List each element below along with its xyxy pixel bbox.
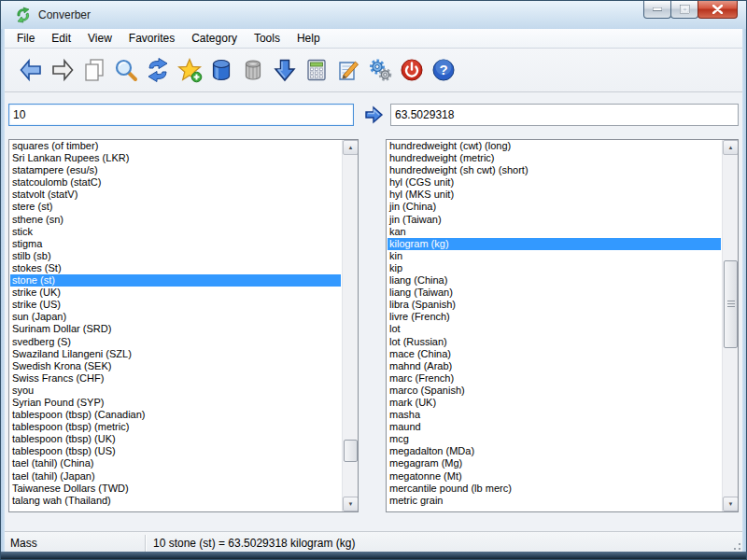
to-unit-item[interactable]: jin (China) bbox=[388, 201, 721, 213]
from-unit-item[interactable]: tael (tahil) (Japan) bbox=[10, 470, 341, 483]
to-unit-item[interactable]: mcg bbox=[388, 433, 721, 445]
menu-item[interactable]: View bbox=[79, 30, 120, 48]
to-unit-item[interactable]: lot bbox=[388, 323, 721, 335]
to-list-scrollbar[interactable]: ▲ ▼ bbox=[722, 140, 738, 511]
from-unit-item[interactable]: statcoulomb (statC) bbox=[10, 176, 341, 189]
close-button[interactable] bbox=[698, 1, 738, 19]
to-unit-item[interactable]: megagram (Mg) bbox=[388, 457, 721, 469]
help-button[interactable]: ? bbox=[430, 57, 457, 83]
to-unit-item[interactable]: livre (French) bbox=[388, 311, 721, 323]
to-unit-item[interactable]: jin (Taiwan) bbox=[388, 214, 721, 226]
to-unit-item[interactable]: mahnd (Arab) bbox=[388, 360, 721, 372]
from-unit-item[interactable]: Syrian Pound (SYP) bbox=[10, 397, 341, 409]
to-unit-item[interactable]: kilogram (kg) bbox=[388, 238, 721, 250]
from-unit-item[interactable]: sun (Japan) bbox=[10, 311, 341, 323]
from-unit-item[interactable]: sthene (sn) bbox=[10, 214, 341, 226]
to-unit-item[interactable]: hundredweight (cwt) (long) bbox=[388, 140, 721, 152]
search-button[interactable] bbox=[113, 57, 139, 83]
from-unit-item[interactable]: stilb (sb) bbox=[10, 250, 341, 262]
from-unit-item[interactable]: Swaziland Lilangeni (SZL) bbox=[10, 348, 341, 360]
edit-icon bbox=[336, 58, 361, 83]
from-unit-item[interactable]: stick bbox=[10, 226, 341, 238]
to-unit-item[interactable]: maund bbox=[388, 421, 721, 433]
delete-button[interactable] bbox=[240, 57, 266, 83]
menu-item[interactable]: Edit bbox=[43, 30, 79, 48]
menu-item[interactable]: Help bbox=[289, 30, 329, 48]
to-unit-item[interactable]: marco (Spanish) bbox=[388, 385, 721, 397]
from-unit-item[interactable]: stigma bbox=[10, 238, 341, 250]
to-unit-item[interactable]: mark (UK) bbox=[388, 397, 721, 409]
result-output[interactable] bbox=[390, 104, 739, 126]
scroll-up-arrow-icon[interactable]: ▲ bbox=[343, 140, 359, 155]
to-unit-item[interactable]: megadalton (MDa) bbox=[388, 445, 721, 457]
add-favorite-button[interactable] bbox=[176, 57, 203, 83]
scroll-up-arrow-icon[interactable]: ▲ bbox=[723, 140, 739, 155]
value-input[interactable] bbox=[8, 104, 354, 126]
from-unit-item[interactable]: Sri Lankan Rupees (LKR) bbox=[10, 152, 341, 164]
edit-button[interactable] bbox=[335, 57, 361, 83]
scroll-down-arrow-icon[interactable]: ▼ bbox=[343, 497, 359, 511]
to-unit-item[interactable]: liang (China) bbox=[388, 274, 721, 287]
from-unit-item[interactable]: tablespoon (tbsp) (Canadian) bbox=[10, 409, 341, 421]
from-unit-list[interactable]: squares (of timber)Sri Lankan Rupees (LK… bbox=[8, 139, 359, 512]
to-unit-item[interactable]: hundredweight (metric) bbox=[388, 152, 721, 164]
download-button[interactable] bbox=[272, 57, 298, 83]
from-unit-item[interactable]: statampere (esu/s) bbox=[10, 164, 341, 176]
from-unit-item[interactable]: statvolt (statV) bbox=[10, 189, 341, 201]
from-list-scrollbar[interactable]: ▲ ▼ bbox=[342, 140, 358, 511]
to-unit-item[interactable]: kan bbox=[388, 226, 721, 238]
from-unit-item[interactable]: strike (UK) bbox=[10, 287, 341, 299]
to-unit-item[interactable]: kip bbox=[388, 262, 721, 274]
scroll-down-arrow-icon[interactable]: ▼ bbox=[723, 497, 739, 511]
menu-item[interactable]: Favorites bbox=[120, 30, 183, 48]
to-unit-item[interactable]: marc (French) bbox=[388, 372, 721, 385]
to-unit-item[interactable]: mercantile pound (lb merc) bbox=[388, 483, 721, 495]
to-unit-item[interactable]: masha bbox=[388, 409, 721, 421]
from-unit-item[interactable]: tablespoon (tbsp) (metric) bbox=[10, 421, 341, 433]
menu-item[interactable]: Category bbox=[183, 30, 246, 48]
copy-button[interactable] bbox=[81, 57, 107, 83]
scrollbar-thumb[interactable] bbox=[724, 260, 738, 348]
resize-grip[interactable] bbox=[730, 539, 741, 551]
from-unit-item[interactable]: squares (of timber) bbox=[10, 140, 341, 152]
to-unit-item[interactable]: mace (China) bbox=[388, 348, 721, 360]
maximize-button[interactable] bbox=[670, 1, 698, 19]
from-unit-item[interactable]: Swiss Francs (CHF) bbox=[10, 372, 341, 385]
copy-icon bbox=[82, 58, 106, 82]
from-unit-item[interactable]: Swedish Krona (SEK) bbox=[10, 360, 341, 372]
forward-button[interactable] bbox=[49, 57, 76, 83]
exit-button[interactable] bbox=[399, 57, 425, 83]
to-unit-item[interactable]: kin bbox=[388, 250, 721, 262]
from-unit-item[interactable]: stokes (St) bbox=[10, 262, 341, 274]
from-unit-item[interactable]: svedberg (S) bbox=[10, 336, 341, 348]
to-unit-item[interactable]: libra (Spanish) bbox=[388, 299, 721, 311]
from-unit-item[interactable]: Taiwanese Dollars (TWD) bbox=[10, 483, 341, 495]
back-button[interactable] bbox=[18, 57, 44, 83]
to-unit-item[interactable]: metric grain bbox=[388, 495, 721, 507]
to-unit-item[interactable]: megatonne (Mt) bbox=[388, 470, 721, 483]
scrollbar-thumb[interactable] bbox=[344, 440, 358, 462]
from-unit-item[interactable]: Surinam Dollar (SRD) bbox=[10, 323, 341, 335]
swap-units-button[interactable] bbox=[145, 57, 171, 83]
from-unit-item[interactable]: talang wah (Thailand) bbox=[10, 495, 341, 507]
to-unit-list[interactable]: hundredweight (cwt) (long)hundredweight … bbox=[386, 139, 739, 512]
from-unit-item[interactable]: tablespoon (tbsp) (UK) bbox=[10, 433, 341, 445]
menu-item[interactable]: File bbox=[8, 30, 43, 48]
minimize-button[interactable] bbox=[643, 1, 671, 19]
to-unit-item[interactable]: lot (Russian) bbox=[388, 336, 721, 348]
from-unit-item[interactable]: stone (st) bbox=[10, 274, 341, 287]
from-unit-item[interactable]: stere (st) bbox=[10, 201, 341, 213]
menu-item[interactable]: Tools bbox=[246, 30, 289, 48]
database-button[interactable] bbox=[208, 57, 234, 83]
to-unit-item[interactable]: hyl (CGS unit) bbox=[388, 176, 721, 189]
settings-button[interactable] bbox=[367, 57, 393, 83]
to-unit-item[interactable]: hundredweight (sh cwt) (short) bbox=[388, 164, 721, 176]
from-unit-item[interactable]: strike (US) bbox=[10, 299, 341, 311]
from-unit-item[interactable]: syou bbox=[10, 385, 341, 397]
from-unit-item[interactable]: tablespoon (tbsp) (US) bbox=[10, 445, 341, 457]
to-unit-item[interactable]: liang (Taiwan) bbox=[388, 287, 721, 299]
power-icon bbox=[400, 58, 424, 82]
to-unit-item[interactable]: hyl (MKS unit) bbox=[388, 189, 721, 201]
calculator-button[interactable] bbox=[303, 57, 330, 83]
from-unit-item[interactable]: tael (tahil) (China) bbox=[10, 457, 341, 469]
